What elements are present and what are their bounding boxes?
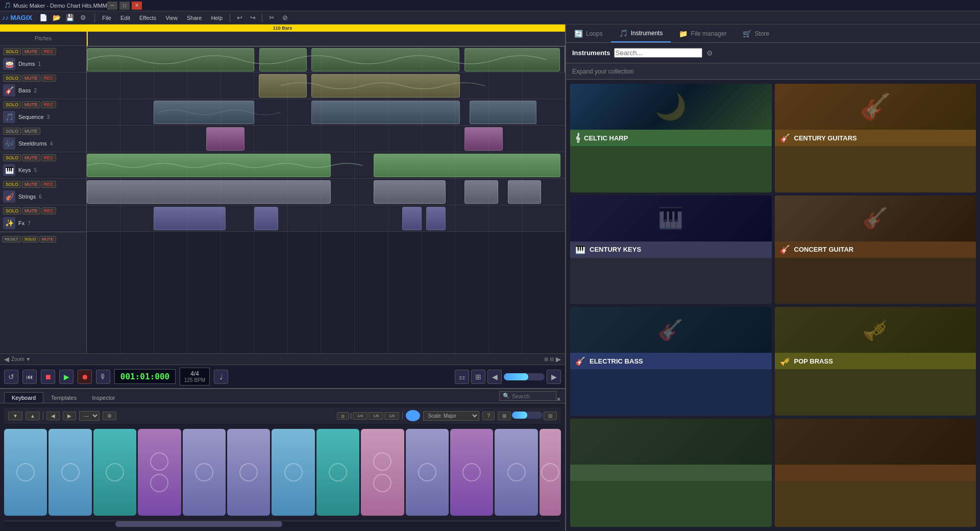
track-row-sequence[interactable] xyxy=(87,99,565,126)
track-row-strings[interactable] xyxy=(87,179,565,205)
master-mute-button[interactable]: MUTE xyxy=(39,236,56,243)
tab-inspector[interactable]: Inspector xyxy=(84,392,122,403)
pad-next-oct[interactable]: ▲ xyxy=(26,412,40,420)
pad-1[interactable] xyxy=(4,429,47,516)
pad-6[interactable] xyxy=(227,429,270,516)
play-button[interactable]: ▶ xyxy=(59,370,74,384)
kb-right[interactable]: ▶ xyxy=(63,412,76,420)
view-menu[interactable]: View xyxy=(161,14,182,22)
edit-menu[interactable]: Edit xyxy=(116,14,134,22)
arranger-button[interactable]: ⊞ xyxy=(471,370,485,384)
solo-button-keys[interactable]: SOLO xyxy=(3,154,21,161)
pad-10[interactable] xyxy=(406,429,449,516)
kb-info[interactable]: ? xyxy=(482,412,495,420)
instrument-card-pop-brass[interactable]: 🎺 🎺 POP BRASS xyxy=(775,307,976,416)
scale-select[interactable]: Scale: Major Scale: Minor Scale: Pentato… xyxy=(423,411,479,421)
tuner-button[interactable]: ♩ xyxy=(214,370,228,384)
clip-steeldrums-2[interactable] xyxy=(464,127,503,151)
mute-button-drums[interactable]: MUTE xyxy=(22,48,40,55)
pad-11[interactable] xyxy=(450,429,493,516)
pad-9[interactable] xyxy=(361,429,404,516)
rewind-button[interactable]: ⏮ xyxy=(22,370,37,384)
instrument-card-century-guitars[interactable]: 🎸 🎸 CENTURY GUITARS xyxy=(775,84,976,192)
instrument-card-more-1[interactable] xyxy=(570,419,772,527)
tab-store[interactable]: 🛒 Store xyxy=(734,26,777,42)
help-menu[interactable]: Help xyxy=(207,14,227,22)
tab-loops[interactable]: 🔄 Loops xyxy=(566,26,611,42)
reset-button[interactable]: RESET xyxy=(2,236,21,243)
cut-button[interactable]: ✂ xyxy=(265,12,278,23)
note-size-4[interactable]: 1/0 xyxy=(384,412,399,420)
pad-4[interactable] xyxy=(138,429,181,516)
stop-all-button[interactable]: ⊘ xyxy=(279,12,291,23)
track-row-drums[interactable] xyxy=(87,46,565,73)
tracks-scroll[interactable] xyxy=(87,46,565,353)
new-button[interactable]: 📄 xyxy=(37,12,50,23)
rec-button-fx[interactable]: REC xyxy=(41,207,56,214)
open-button[interactable]: 📂 xyxy=(51,12,63,23)
note-size-1[interactable]: ||| xyxy=(337,412,349,420)
rec-button-strings[interactable]: REC xyxy=(41,181,56,188)
instrument-card-century-keys[interactable]: 🎹 🎹 CENTURY KEYS xyxy=(570,196,772,304)
instrument-card-electric-bass[interactable]: 🎸 🎸 ELECTRIC BASS xyxy=(570,307,772,416)
redo-button[interactable]: ↪ xyxy=(247,12,259,23)
playhead[interactable] xyxy=(87,32,88,46)
pad-12[interactable] xyxy=(495,429,537,516)
instrument-card-concert-guitar[interactable]: 🎸 🎸 CONCERT GUITAR xyxy=(775,196,976,304)
solo-button-steeldrums[interactable]: SOLO xyxy=(3,128,21,135)
solo-button-sequence[interactable]: SOLO xyxy=(3,101,21,108)
clip-strings-1[interactable] xyxy=(87,180,331,204)
undo-button[interactable]: ↩ xyxy=(233,12,246,23)
rec-button-keys[interactable]: REC xyxy=(41,154,56,161)
vol-right[interactable]: ▶ xyxy=(547,370,561,384)
rec-button-bass[interactable]: REC xyxy=(41,75,56,82)
clip-fx-1[interactable] xyxy=(154,207,226,230)
stop-button[interactable]: ⏹ xyxy=(41,370,55,384)
tab-instruments[interactable]: 🎵 Instruments xyxy=(611,25,671,42)
mute-button-keys[interactable]: MUTE xyxy=(22,154,40,161)
track-row-keys[interactable] xyxy=(87,152,565,179)
zoom-prev[interactable]: ◀ xyxy=(4,355,9,363)
instruments-search[interactable] xyxy=(614,48,702,58)
scroll-right[interactable]: ▶ xyxy=(556,355,561,363)
mute-button-bass[interactable]: MUTE xyxy=(22,75,40,82)
pad-2[interactable] xyxy=(48,429,91,516)
mute-button-strings[interactable]: MUTE xyxy=(22,181,40,188)
rec-button-drums[interactable]: REC xyxy=(41,48,56,55)
kb-mode-select[interactable]: --- xyxy=(79,411,100,421)
loop-button[interactable]: ↺ xyxy=(4,370,18,384)
keyboard-scrollbar[interactable] xyxy=(4,521,561,527)
instrument-card-celtic-harp[interactable]: 🌙 𝄞 CELTIC HARP xyxy=(570,84,772,192)
file-menu[interactable]: File xyxy=(98,14,115,22)
record-button[interactable]: ⏺ xyxy=(78,370,92,384)
pad-7[interactable] xyxy=(272,429,314,516)
solo-button-drums[interactable]: SOLO xyxy=(3,48,21,55)
keyboard-scroll-thumb[interactable] xyxy=(115,521,282,527)
instruments-gear-icon[interactable]: ⚙ xyxy=(706,49,713,57)
pad-13[interactable] xyxy=(540,429,561,516)
clip-strings-4[interactable] xyxy=(508,180,542,204)
bottom-search-input[interactable] xyxy=(512,393,553,399)
close-button[interactable]: ✕ xyxy=(132,2,142,10)
kb-left[interactable]: ◀ xyxy=(46,412,60,420)
note-size-3[interactable]: 1/8 xyxy=(369,412,383,420)
pad-5[interactable] xyxy=(183,429,226,516)
maximize-button[interactable]: □ xyxy=(119,2,130,10)
clip-fx-3[interactable] xyxy=(402,207,421,230)
volume-slider[interactable] xyxy=(504,373,545,380)
pad-8[interactable] xyxy=(316,429,359,516)
minimize-button[interactable]: ─ xyxy=(107,2,117,10)
clip-steeldrums-1[interactable] xyxy=(206,127,244,151)
clip-fx-4[interactable] xyxy=(426,207,445,230)
share-menu[interactable]: Share xyxy=(183,14,206,22)
track-row-steeldrums[interactable] xyxy=(87,126,565,152)
pad-prev-oct[interactable]: ▼ xyxy=(8,412,22,420)
tab-templates[interactable]: Templates xyxy=(43,392,84,403)
kb-settings[interactable]: ⚙ xyxy=(103,412,116,420)
save-button[interactable]: 💾 xyxy=(64,12,76,23)
kb-view-grid[interactable]: ⊞ xyxy=(498,412,511,420)
bottom-close-button[interactable]: ✕ xyxy=(556,396,561,403)
clip-fx-2[interactable] xyxy=(254,207,278,230)
mute-button-steeldrums[interactable]: MUTE xyxy=(22,128,40,135)
track-row-bass[interactable] xyxy=(87,73,565,99)
